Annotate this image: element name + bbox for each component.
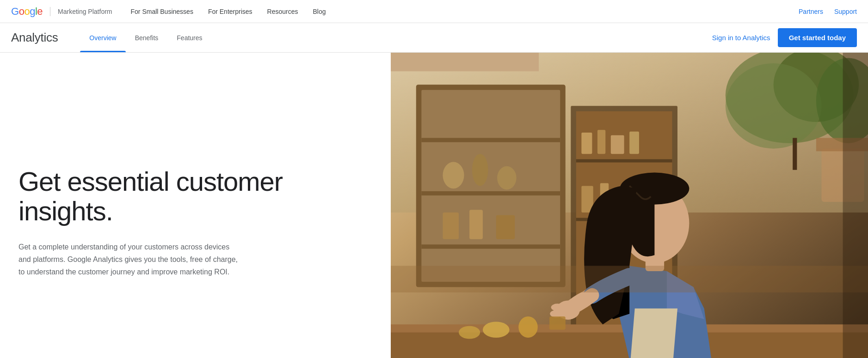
svg-rect-12 [469, 210, 483, 239]
svg-rect-7 [421, 244, 560, 249]
top-nav-right: Partners Support [799, 8, 857, 15]
svg-rect-6 [421, 191, 560, 195]
nav-resources[interactable]: Resources [267, 8, 298, 15]
svg-rect-46 [843, 53, 868, 358]
partners-link[interactable]: Partners [799, 8, 823, 15]
hero-description: Get a complete understanding of your cus… [18, 241, 240, 279]
nav-enterprises[interactable]: For Enterprises [208, 8, 252, 15]
google-logo: Google [11, 6, 43, 18]
tab-features[interactable]: Features [167, 23, 211, 52]
svg-point-8 [443, 162, 464, 188]
svg-rect-18 [581, 133, 592, 154]
google-letter-G: G [11, 6, 19, 18]
secondary-nav-tabs: Overview Benefits Features [80, 23, 712, 52]
svg-rect-5 [421, 138, 560, 142]
svg-rect-4 [421, 90, 560, 282]
svg-rect-2 [391, 53, 539, 71]
svg-point-10 [497, 166, 517, 190]
svg-point-41 [483, 322, 510, 338]
nav-blog[interactable]: Blog [313, 8, 326, 15]
hero-section: Get essential customer insights. Get a c… [0, 53, 868, 358]
hero-illustration [391, 53, 868, 358]
svg-point-9 [472, 154, 488, 186]
get-started-button[interactable]: Get started today [778, 28, 857, 47]
analytics-title: Analytics [11, 30, 58, 45]
google-letter-o1: o [19, 6, 25, 18]
logo-area: Google Marketing Platform [11, 6, 112, 18]
tab-benefits[interactable]: Benefits [126, 23, 168, 52]
hero-title: Get essential customer insights. [18, 167, 372, 226]
platform-name: Marketing Platform [58, 8, 112, 15]
google-letter-g: g [30, 6, 35, 18]
svg-point-40 [550, 310, 563, 317]
svg-rect-21 [629, 132, 639, 154]
hero-image [391, 53, 868, 358]
hero-content: Get essential customer insights. Get a c… [0, 53, 391, 358]
svg-point-26 [725, 63, 821, 149]
svg-rect-11 [443, 212, 459, 239]
svg-point-44 [459, 326, 480, 339]
top-navigation: Google Marketing Platform For Small Busi… [0, 0, 868, 23]
svg-rect-43 [549, 316, 566, 330]
svg-rect-13 [496, 215, 514, 239]
secondary-navigation: Analytics Overview Benefits Features Sig… [0, 23, 868, 53]
svg-rect-16 [576, 159, 672, 163]
google-letter-o2: o [24, 6, 30, 18]
tab-overview[interactable]: Overview [80, 23, 125, 52]
svg-rect-45 [391, 266, 868, 292]
support-link[interactable]: Support [834, 8, 857, 15]
svg-rect-20 [610, 135, 624, 154]
secondary-nav-right: Sign in to Analytics Get started today [712, 28, 857, 47]
svg-rect-19 [597, 130, 605, 154]
sign-in-link[interactable]: Sign in to Analytics [712, 34, 770, 42]
logo-separator [50, 7, 50, 16]
svg-point-42 [518, 316, 538, 338]
svg-point-39 [551, 303, 564, 311]
nav-small-businesses[interactable]: For Small Businesses [131, 8, 193, 15]
top-nav-links: For Small Businesses For Enterprises Res… [131, 8, 799, 15]
google-letter-e: e [37, 6, 43, 18]
